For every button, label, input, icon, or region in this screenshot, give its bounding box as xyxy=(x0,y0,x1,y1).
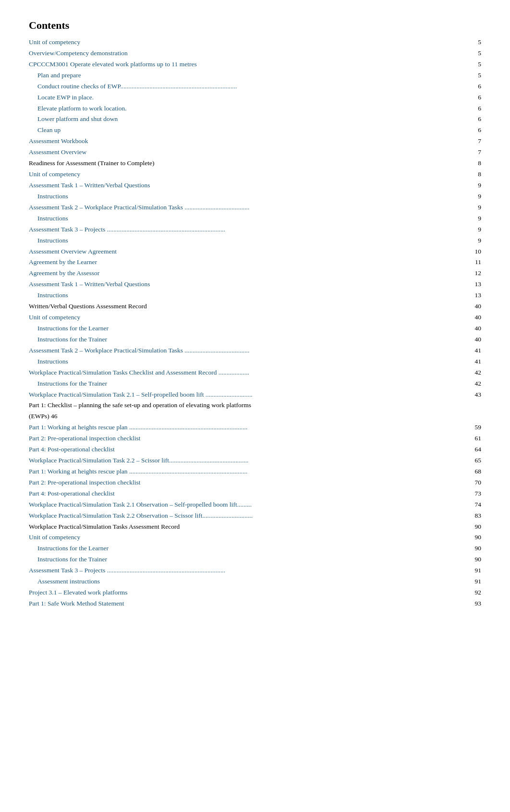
toc-label: Part 2: Pre-operational inspection check… xyxy=(29,434,468,444)
toc-label: Workplace Practical/Simulation Tasks Ass… xyxy=(29,522,468,532)
list-item: Workplace Practical/Simulation Tasks Ass… xyxy=(29,522,481,532)
list-item: Assessment Overview7 xyxy=(29,147,481,158)
toc-page-number: 41 xyxy=(470,357,481,367)
toc-page-number: 6 xyxy=(470,125,481,135)
toc-label: Elevate platform to work location. xyxy=(29,104,468,114)
toc-label: (EWPs) 46 xyxy=(29,412,481,422)
list-item: Part 2: Pre-operational inspection check… xyxy=(29,478,481,488)
toc-label: Assessment instructions xyxy=(29,577,468,587)
list-item: Instructions41 xyxy=(29,357,481,367)
list-item: Instructions9 xyxy=(29,192,481,202)
toc-page-number: 90 xyxy=(470,533,481,543)
toc-page-number: 9 xyxy=(470,214,481,224)
toc-page-number: 90 xyxy=(470,555,481,565)
toc-page-number: 10 xyxy=(470,247,481,257)
toc-page-number: 40 xyxy=(470,324,481,334)
list-item: Assessment Task 2 – Workplace Practical/… xyxy=(29,203,481,213)
toc-label: Lower platform and shut down xyxy=(29,114,468,124)
list-item: Written/Verbal Questions Assessment Reco… xyxy=(29,302,481,312)
list-item: Assessment Workbook7 xyxy=(29,136,481,146)
toc-label: Assessment Workbook xyxy=(29,136,468,146)
toc-label: Workplace Practical/Simulation Task 2.1 … xyxy=(29,500,468,510)
toc-page-number: 7 xyxy=(470,136,481,146)
toc-page-number: 90 xyxy=(470,544,481,554)
toc-label: Instructions for the Learner xyxy=(29,544,468,554)
toc-label: Assessment Task 2 – Workplace Practical/… xyxy=(29,346,468,356)
toc-label: Part 1: Checklist – planning the safe se… xyxy=(29,400,481,411)
toc-page-number: 5 xyxy=(470,37,481,48)
toc-label: Workplace Practical/Simulation Task 2.2 … xyxy=(29,511,468,521)
toc-label: Instructions xyxy=(29,236,468,246)
toc-label: Assessment Task 1 – Written/Verbal Quest… xyxy=(29,279,468,290)
list-item: Unit of competency8 xyxy=(29,170,481,180)
toc-label: Instructions for the Learner xyxy=(29,324,468,334)
list-item: Part 1: Working at heights rescue plan .… xyxy=(29,467,481,477)
list-item: Workplace Practical/Simulation Task 2.1 … xyxy=(29,500,481,510)
toc-label: Part 4: Post-operational checklist xyxy=(29,489,468,499)
toc-page-number: 12 xyxy=(470,268,481,279)
toc-label: Instructions xyxy=(29,214,468,224)
toc-label: Part 4: Post-operational checklist xyxy=(29,445,468,455)
list-item: Project 3.1 – Elevated work platforms92 xyxy=(29,588,481,598)
toc-page-number: 41 xyxy=(470,346,481,356)
toc-page-number: 74 xyxy=(470,500,481,510)
toc-label: Part 1: Safe Work Method Statement xyxy=(29,599,468,609)
toc-page-number: 64 xyxy=(470,445,481,455)
toc-page-number: 5 xyxy=(470,60,481,70)
list-item: Part 2: Pre-operational inspection check… xyxy=(29,434,481,444)
list-item: Workplace Practical/Simulation Task 2.2 … xyxy=(29,511,481,521)
toc-label: Project 3.1 – Elevated work platforms xyxy=(29,588,468,598)
toc-label: Clean up xyxy=(29,125,468,135)
toc-label: Instructions xyxy=(29,291,468,301)
toc-page-number: 9 xyxy=(470,236,481,246)
toc-label: Locate EWP in place. xyxy=(29,93,468,103)
toc-page-number: 91 xyxy=(470,566,481,576)
toc-page-number: 7 xyxy=(470,147,481,158)
toc-label: Part 1: Working at heights rescue plan .… xyxy=(29,423,468,433)
toc-label: Assessment Task 1 – Written/Verbal Quest… xyxy=(29,181,468,191)
list-item: Workplace Practical/Simulation Task 2.2 … xyxy=(29,456,481,466)
toc-label: Workplace Practical/Simulation Task 2.2 … xyxy=(29,456,468,466)
toc-page-number: 6 xyxy=(470,82,481,92)
toc-label: Assessment Overview xyxy=(29,147,468,158)
list-item: Locate EWP in place.6 xyxy=(29,93,481,103)
toc-label: Instructions for the Trainer xyxy=(29,555,468,565)
list-item: Instructions13 xyxy=(29,291,481,301)
list-item: Instructions9 xyxy=(29,214,481,224)
toc-label: Assessment Overview Agreement xyxy=(29,247,468,257)
toc-page-number: 5 xyxy=(470,71,481,81)
list-item: Agreement by the Assessor12 xyxy=(29,268,481,279)
toc-label: Unit of competency xyxy=(29,533,468,543)
list-item: Instructions9 xyxy=(29,236,481,246)
list-item: Assessment Task 3 – Projects ...........… xyxy=(29,566,481,576)
list-item: Instructions for the Trainer40 xyxy=(29,335,481,345)
toc-label: Assessment Task 3 – Projects ...........… xyxy=(29,566,468,576)
toc-label: Assessment Task 2 – Workplace Practical/… xyxy=(29,203,468,213)
toc-page-number: 5 xyxy=(470,48,481,59)
toc-label: Agreement by the Learner xyxy=(29,257,468,267)
toc-page-number: 59 xyxy=(470,423,481,433)
list-item: Elevate platform to work location.6 xyxy=(29,104,481,114)
toc-label: Agreement by the Assessor xyxy=(29,268,468,279)
toc-page-number: 90 xyxy=(470,522,481,532)
list-item: Assessment Task 2 – Workplace Practical/… xyxy=(29,346,481,356)
toc-page-number: 91 xyxy=(470,577,481,587)
toc-page-number: 65 xyxy=(470,456,481,466)
list-item: Assessment Overview Agreement10 xyxy=(29,247,481,257)
list-item: Workplace Practical/Simulation Task 2.1 … xyxy=(29,390,481,400)
toc-label: Unit of competency xyxy=(29,313,468,323)
toc-page-number: 92 xyxy=(470,588,481,598)
toc-page-number: 68 xyxy=(470,467,481,477)
list-item: CPCCCM3001 Operate elevated work platfor… xyxy=(29,60,481,70)
toc-page-number: 6 xyxy=(470,104,481,114)
toc-label: Part 1: Working at heights rescue plan .… xyxy=(29,467,468,477)
toc-page-number: 61 xyxy=(470,434,481,444)
toc-page-number: 42 xyxy=(470,368,481,378)
toc-page-number: 40 xyxy=(470,335,481,345)
list-item: Plan and prepare5 xyxy=(29,71,481,81)
toc-page-number: 8 xyxy=(470,158,481,169)
list-item: Assessment instructions91 xyxy=(29,577,481,587)
toc-label: Instructions xyxy=(29,192,468,202)
toc-label: Workplace Practical/Simulation Tasks Che… xyxy=(29,368,468,378)
page-title: Contents xyxy=(29,19,481,32)
